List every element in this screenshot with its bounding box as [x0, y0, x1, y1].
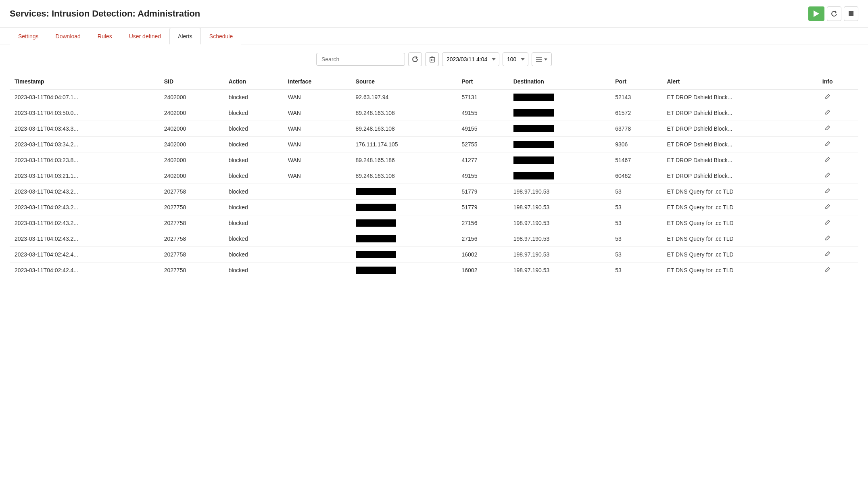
timestamp-cell: 2023-03-11T04:03:21.1... [10, 168, 159, 184]
action-cell: blocked [224, 247, 283, 263]
timestamp-cell: 2023-03-11T04:02:42.4... [10, 247, 159, 263]
action-cell: blocked [224, 200, 283, 215]
table-header-row: Timestamp SID Action Interface Source Po… [10, 74, 858, 89]
edit-button[interactable] [822, 172, 833, 180]
toolbar: 2023/03/11 4:04 100 50 25 10 [10, 52, 858, 66]
tab-download[interactable]: Download [47, 28, 89, 44]
edit-button[interactable] [822, 235, 833, 243]
tab-rules[interactable]: Rules [89, 28, 121, 44]
sid-cell: 2402000 [159, 152, 224, 168]
destination-cell [509, 89, 611, 105]
port-src-cell: 27156 [457, 215, 509, 231]
port-dst-cell: 52143 [610, 89, 662, 105]
edit-cell [818, 121, 858, 137]
tab-schedule[interactable]: Schedule [201, 28, 241, 44]
source-cell [351, 263, 457, 278]
interface-cell: WAN [283, 121, 351, 137]
edit-button[interactable] [822, 156, 833, 164]
port-src-cell: 41277 [457, 152, 509, 168]
edit-button[interactable] [822, 219, 833, 227]
tab-bar: Settings Download Rules User defined Ale… [0, 28, 868, 44]
interface-cell: WAN [283, 137, 351, 152]
page-title: Services: Intrusion Detection: Administr… [10, 8, 200, 19]
edit-button[interactable] [822, 250, 833, 259]
edit-cell [818, 184, 858, 200]
alert-cell: ET DROP Dshield Block... [662, 121, 817, 137]
alert-cell: ET DNS Query for .cc TLD [662, 231, 817, 247]
action-cell: blocked [224, 152, 283, 168]
action-cell: blocked [224, 184, 283, 200]
port-dst-cell: 53 [610, 263, 662, 278]
destination-cell: 198.97.190.53 [509, 215, 611, 231]
action-cell: blocked [224, 105, 283, 121]
destination-cell: 198.97.190.53 [509, 184, 611, 200]
edit-button[interactable] [822, 125, 833, 133]
search-refresh-button[interactable] [408, 52, 422, 66]
destination-cell: 198.97.190.53 [509, 263, 611, 278]
table-row: 2023-03-11T04:03:21.1... 2402000 blocked… [10, 168, 858, 184]
tab-user-defined[interactable]: User defined [121, 28, 169, 44]
edit-button[interactable] [822, 266, 833, 274]
timestamp-cell: 2023-03-11T04:02:42.4... [10, 263, 159, 278]
edit-button[interactable] [822, 203, 833, 211]
alert-cell: ET DROP Dshield Block... [662, 152, 817, 168]
refresh-button[interactable] [827, 6, 841, 21]
source-cell [351, 215, 457, 231]
alert-cell: ET DNS Query for .cc TLD [662, 200, 817, 215]
col-port-src: Port [457, 74, 509, 89]
edit-cell [818, 215, 858, 231]
svg-marker-0 [814, 10, 819, 17]
header-controls [808, 6, 858, 21]
sid-cell: 2402000 [159, 105, 224, 121]
table-row: 2023-03-11T04:02:42.4... 2027758 blocked… [10, 247, 858, 263]
stop-button[interactable] [844, 6, 858, 21]
tab-settings[interactable]: Settings [10, 28, 47, 44]
port-src-cell: 16002 [457, 247, 509, 263]
col-source: Source [351, 74, 457, 89]
tab-alerts[interactable]: Alerts [169, 28, 201, 44]
timestamp-cell: 2023-03-11T04:02:43.2... [10, 215, 159, 231]
search-input[interactable] [316, 53, 405, 66]
alerts-table: Timestamp SID Action Interface Source Po… [10, 74, 858, 278]
edit-button[interactable] [822, 140, 833, 148]
timestamp-cell: 2023-03-11T04:04:07.1... [10, 89, 159, 105]
edit-button[interactable] [822, 93, 833, 101]
source-cell: 176.111.174.105 [351, 137, 457, 152]
source-cell [351, 247, 457, 263]
col-port-dst: Port [610, 74, 662, 89]
table-row: 2023-03-11T04:03:34.2... 2402000 blocked… [10, 137, 858, 152]
edit-cell [818, 137, 858, 152]
delete-button[interactable] [425, 52, 439, 66]
alert-cell: ET DROP Dshield Block... [662, 89, 817, 105]
sid-cell: 2402000 [159, 168, 224, 184]
col-sid: SID [159, 74, 224, 89]
count-select-wrapper: 100 50 25 10 [503, 52, 528, 66]
table-row: 2023-03-11T04:02:43.2... 2027758 blocked… [10, 215, 858, 231]
port-dst-cell: 63778 [610, 121, 662, 137]
port-src-cell: 49155 [457, 105, 509, 121]
destination-cell: 198.97.190.53 [509, 247, 611, 263]
sid-cell: 2027758 [159, 184, 224, 200]
alert-cell: ET DNS Query for .cc TLD [662, 215, 817, 231]
edit-button[interactable] [822, 109, 833, 117]
port-dst-cell: 53 [610, 184, 662, 200]
destination-cell: 198.97.190.53 [509, 200, 611, 215]
view-button[interactable] [532, 52, 552, 66]
destination-cell: 198.97.190.53 [509, 231, 611, 247]
timestamp-cell: 2023-03-11T04:03:23.8... [10, 152, 159, 168]
action-cell: blocked [224, 231, 283, 247]
table-row: 2023-03-11T04:03:23.8... 2402000 blocked… [10, 152, 858, 168]
destination-cell [509, 121, 611, 137]
play-button[interactable] [808, 6, 824, 21]
count-select[interactable]: 100 50 25 10 [503, 52, 528, 66]
destination-cell [509, 168, 611, 184]
port-src-cell: 49155 [457, 121, 509, 137]
alert-cell: ET DROP Dshield Block... [662, 137, 817, 152]
date-select[interactable]: 2023/03/11 4:04 [442, 52, 499, 66]
edit-cell [818, 263, 858, 278]
port-src-cell: 49155 [457, 168, 509, 184]
sid-cell: 2027758 [159, 215, 224, 231]
alert-cell: ET DNS Query for .cc TLD [662, 263, 817, 278]
edit-button[interactable] [822, 188, 833, 196]
source-cell: 89.248.165.186 [351, 152, 457, 168]
